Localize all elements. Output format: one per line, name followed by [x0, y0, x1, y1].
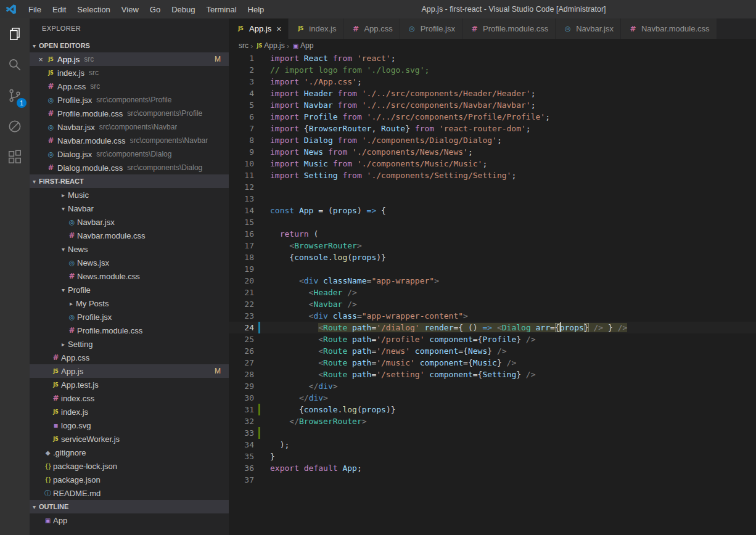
- tree-item[interactable]: ◼logo.svg: [30, 419, 229, 432]
- code-line[interactable]: 11import Setting from './components/Sett…: [229, 169, 756, 181]
- line-number[interactable]: 18: [229, 251, 254, 263]
- line-number[interactable]: 7: [229, 123, 254, 134]
- line-number[interactable]: 16: [229, 228, 254, 240]
- line-number[interactable]: 3: [229, 76, 254, 88]
- tree-item[interactable]: ▸Music: [30, 188, 229, 202]
- gutter-marker[interactable]: [254, 193, 270, 205]
- tree-item[interactable]: #App.css: [30, 351, 229, 364]
- code-line[interactable]: 23 <div class="app-wrapper-content">: [229, 310, 756, 322]
- source-control-icon[interactable]: 1: [0, 80, 30, 111]
- gutter-marker[interactable]: [254, 158, 270, 169]
- line-number[interactable]: 24: [229, 322, 254, 333]
- line-number[interactable]: 8: [229, 134, 254, 146]
- tree-item[interactable]: ▣App: [30, 513, 229, 527]
- gutter-marker[interactable]: [254, 451, 270, 462]
- line-number[interactable]: 37: [229, 474, 254, 486]
- menu-terminal[interactable]: Terminal: [200, 5, 242, 14]
- code-line[interactable]: 36export default App;: [229, 462, 756, 474]
- gutter-marker[interactable]: [254, 240, 270, 251]
- open-editor-item[interactable]: ◎Navbar.jsxsrc\components\Navbar: [30, 120, 229, 134]
- code-line[interactable]: 32 </BrowserRouter>: [229, 415, 756, 427]
- code-line[interactable]: 19: [229, 263, 756, 275]
- line-number[interactable]: 13: [229, 193, 254, 205]
- code-line[interactable]: 5import Navbar from './../src/components…: [229, 99, 756, 111]
- line-number[interactable]: 12: [229, 181, 254, 193]
- tree-item[interactable]: ▸Setting: [30, 337, 229, 351]
- gutter-marker[interactable]: [254, 134, 270, 146]
- tree-item[interactable]: ▾Navbar: [30, 202, 229, 215]
- tree-item[interactable]: ▾Profile: [30, 283, 229, 296]
- code-line[interactable]: 34 );: [229, 439, 756, 451]
- outline-header[interactable]: OUTLINE: [30, 500, 229, 513]
- code-line[interactable]: 4import Header from './../src/components…: [229, 88, 756, 99]
- gutter-marker[interactable]: [254, 322, 270, 333]
- line-number[interactable]: 28: [229, 369, 254, 380]
- gutter-marker[interactable]: [254, 380, 270, 392]
- open-editor-item[interactable]: #Navbar.module.csssrc\components\Navbar: [30, 134, 229, 147]
- open-editor-item[interactable]: ×JSApp.jssrcM: [30, 52, 229, 66]
- tab-navbar.module.css[interactable]: #Navbar.module.css: [621, 18, 717, 39]
- tab-profile.module.css[interactable]: #Profile.module.css: [462, 18, 556, 39]
- gutter-marker[interactable]: [254, 146, 270, 158]
- code-line[interactable]: 2// import logo from './logo.svg';: [229, 64, 756, 76]
- code-line[interactable]: 27 <Route path='/music' component={Music…: [229, 357, 756, 369]
- tree-item[interactable]: ⓘREADME.md: [30, 486, 229, 500]
- tree-item[interactable]: ◎Navbar.jsx: [30, 215, 229, 229]
- tree-item[interactable]: JSindex.js: [30, 405, 229, 419]
- open-editor-item[interactable]: ◎Dialog.jsxsrc\components\Dialog: [30, 147, 229, 161]
- menu-selection[interactable]: Selection: [72, 5, 115, 14]
- code-line[interactable]: 9import News from './components/News/New…: [229, 146, 756, 158]
- tree-item[interactable]: #News.module.css: [30, 269, 229, 283]
- close-editor-icon[interactable]: ×: [36, 55, 46, 64]
- line-number[interactable]: 6: [229, 111, 254, 123]
- tab-app.js[interactable]: JSApp.js×: [229, 18, 289, 39]
- code-line[interactable]: 14const App = (props) => {: [229, 205, 756, 216]
- gutter-marker[interactable]: [254, 310, 270, 322]
- tab-navbar.jsx[interactable]: ◎Navbar.jsx: [556, 18, 621, 39]
- line-number[interactable]: 34: [229, 439, 254, 451]
- gutter-marker[interactable]: [254, 76, 270, 88]
- gutter-marker[interactable]: [254, 439, 270, 451]
- line-number[interactable]: 17: [229, 240, 254, 251]
- gutter-marker[interactable]: [254, 392, 270, 404]
- code-line[interactable]: 26 <Route path='/news' component={News} …: [229, 345, 756, 357]
- tree-item[interactable]: #Profile.module.css: [30, 324, 229, 337]
- menu-edit[interactable]: Edit: [47, 5, 72, 14]
- line-number[interactable]: 1: [229, 52, 254, 64]
- gutter-marker[interactable]: [254, 169, 270, 181]
- line-number[interactable]: 27: [229, 357, 254, 369]
- line-number[interactable]: 4: [229, 88, 254, 99]
- gutter-marker[interactable]: [254, 298, 270, 310]
- menu-file[interactable]: File: [23, 5, 47, 14]
- code-line[interactable]: 29 </div>: [229, 380, 756, 392]
- line-number[interactable]: 30: [229, 392, 254, 404]
- line-number[interactable]: 20: [229, 275, 254, 287]
- tree-item[interactable]: {}package-lock.json: [30, 459, 229, 473]
- code-line[interactable]: 25 <Route path='/profile' component={Pro…: [229, 333, 756, 345]
- tree-item[interactable]: JSApp.jsM: [30, 364, 229, 378]
- tab-index.js[interactable]: JSindex.js: [289, 18, 343, 39]
- gutter-marker[interactable]: [254, 275, 270, 287]
- open-editor-item[interactable]: #Dialog.module.csssrc\components\Dialog: [30, 161, 229, 174]
- tree-item[interactable]: {}package.json: [30, 473, 229, 486]
- code-line[interactable]: 12: [229, 181, 756, 193]
- gutter-marker[interactable]: [254, 99, 270, 111]
- gutter-marker[interactable]: [254, 64, 270, 76]
- tree-item[interactable]: JSApp.test.js: [30, 378, 229, 391]
- tab-app.css[interactable]: #App.css: [343, 18, 400, 39]
- search-icon[interactable]: [0, 49, 30, 80]
- tree-item[interactable]: #Navbar.module.css: [30, 229, 229, 242]
- menu-view[interactable]: View: [116, 5, 144, 14]
- gutter-marker[interactable]: [254, 228, 270, 240]
- gutter-marker[interactable]: [254, 263, 270, 275]
- line-number[interactable]: 21: [229, 287, 254, 298]
- menu-debug[interactable]: Debug: [166, 5, 200, 14]
- code-line[interactable]: 8import Dialog from './components/Dialog…: [229, 134, 756, 146]
- folder-section-header[interactable]: FIRST-REACT: [30, 174, 229, 188]
- code-line[interactable]: 33: [229, 427, 756, 439]
- code-line[interactable]: 17 <BrowserRouter>: [229, 240, 756, 251]
- open-editors-header[interactable]: OPEN EDITORS: [30, 39, 229, 52]
- line-number[interactable]: 9: [229, 146, 254, 158]
- gutter-marker[interactable]: [254, 287, 270, 298]
- code-line[interactable]: 3import './App.css';: [229, 76, 756, 88]
